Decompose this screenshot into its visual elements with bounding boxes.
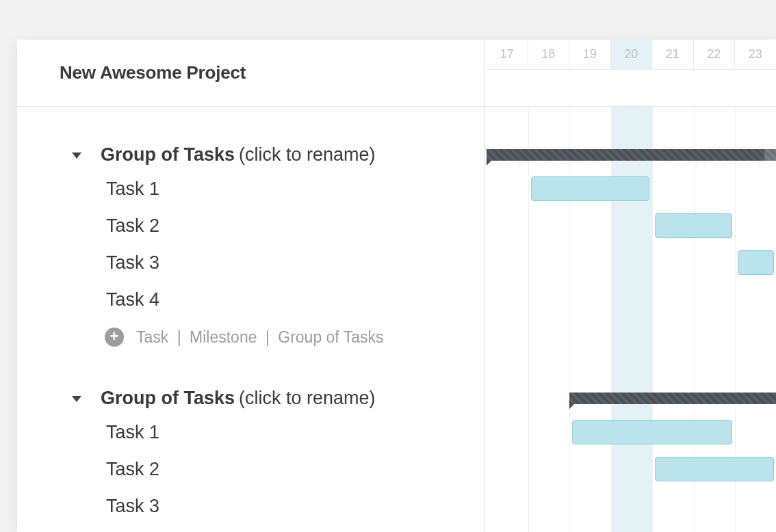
header: New Awesome Project 17181920212223 — [17, 40, 776, 107]
task-row[interactable]: Task 3 — [17, 488, 484, 524]
body: Group of Tasks (click to rename) Task 1 … — [17, 107, 776, 532]
timeline-header: 17181920212223 — [485, 40, 776, 106]
today-column — [611, 107, 653, 532]
task-name[interactable]: Task 3 — [106, 496, 159, 517]
task-row[interactable]: Task 3 — [17, 244, 484, 281]
day-header[interactable]: 19 — [569, 40, 611, 70]
project-title[interactable]: New Awesome Project — [60, 62, 246, 83]
divider: | — [177, 328, 181, 346]
group-name[interactable]: Group of Tasks — [101, 388, 235, 409]
spacer — [17, 356, 484, 382]
group-bar[interactable] — [569, 393, 776, 404]
task-name[interactable]: Task 4 — [106, 289, 159, 310]
group-bar[interactable] — [487, 149, 764, 161]
caret-down-icon[interactable] — [72, 152, 81, 159]
day-header[interactable]: 20 — [611, 40, 653, 70]
gantt-card: New Awesome Project 17181920212223 Group… — [17, 40, 776, 532]
divider: | — [266, 328, 270, 346]
add-task-link[interactable]: Task — [136, 328, 168, 346]
group-row[interactable]: Group of Tasks (click to rename) — [17, 382, 484, 414]
grid-line — [528, 107, 529, 532]
group-bar-end[interactable] — [764, 149, 777, 161]
task-bar[interactable] — [531, 176, 650, 201]
add-group-link[interactable]: Group of Tasks — [278, 328, 383, 346]
add-icon[interactable] — [105, 328, 124, 347]
task-name[interactable]: Task 1 — [106, 422, 159, 443]
add-milestone-link[interactable]: Milestone — [190, 328, 257, 346]
task-name[interactable]: Task 2 — [106, 215, 159, 237]
grid-line — [569, 107, 570, 532]
grid-line — [652, 107, 653, 532]
day-header[interactable]: 22 — [694, 40, 736, 70]
group-row[interactable]: Group of Tasks (click to rename) — [17, 139, 484, 170]
group-hint: (click to rename) — [239, 144, 376, 165]
day-header[interactable]: 21 — [652, 40, 694, 70]
header-left: New Awesome Project — [17, 40, 485, 106]
day-header[interactable]: 17 — [487, 40, 528, 70]
caret-down-icon[interactable] — [72, 396, 81, 402]
task-row[interactable]: Task 1 — [17, 414, 484, 451]
day-header[interactable]: 18 — [528, 40, 570, 70]
task-bar[interactable] — [655, 213, 732, 238]
task-bar[interactable] — [738, 250, 774, 275]
task-bar[interactable] — [572, 420, 732, 444]
task-name[interactable]: Task 1 — [106, 178, 159, 200]
task-list-pane: Group of Tasks (click to rename) Task 1 … — [17, 107, 485, 532]
task-row[interactable]: Task 2 — [17, 207, 484, 244]
task-row[interactable]: Task 4 — [17, 281, 484, 318]
add-item-row: Task | Milestone | Group of Tasks — [17, 318, 484, 356]
group-name[interactable]: Group of Tasks — [101, 144, 235, 165]
grid-line — [611, 107, 612, 532]
task-row[interactable]: Task 2 — [17, 451, 484, 488]
task-name[interactable]: Task 3 — [106, 252, 159, 274]
group-hint: (click to rename) — [239, 388, 376, 409]
task-row[interactable]: Task 1 — [17, 170, 484, 207]
task-name[interactable]: Task 2 — [106, 459, 159, 480]
task-bar[interactable] — [655, 457, 774, 481]
day-header[interactable]: 23 — [735, 40, 776, 70]
add-links: Task | Milestone | Group of Tasks — [136, 328, 384, 347]
gantt-pane[interactable] — [485, 107, 776, 532]
